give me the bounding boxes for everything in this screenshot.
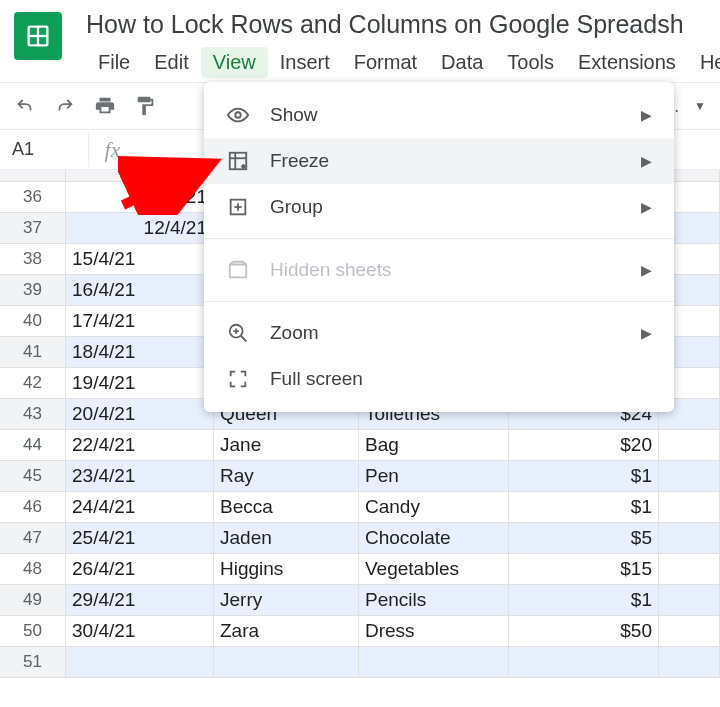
- name-box[interactable]: A1: [0, 139, 88, 160]
- cell[interactable]: Vegetables: [359, 554, 509, 585]
- row-header[interactable]: 37: [0, 213, 66, 244]
- row-header[interactable]: 47: [0, 523, 66, 554]
- cell[interactable]: Jerry: [214, 585, 359, 616]
- cell[interactable]: [659, 554, 720, 585]
- cell[interactable]: Dress: [359, 616, 509, 647]
- table-row[interactable]: 51: [0, 647, 720, 678]
- menu-item-zoom[interactable]: Zoom▶: [204, 310, 674, 356]
- cell[interactable]: Pencils: [359, 585, 509, 616]
- row-header[interactable]: 42: [0, 368, 66, 399]
- cell[interactable]: $1: [509, 461, 659, 492]
- menu-insert[interactable]: Insert: [268, 47, 342, 78]
- paint-format-icon[interactable]: [134, 95, 156, 117]
- menubar: FileEditViewInsertFormatDataToolsExtensi…: [86, 47, 720, 78]
- table-row[interactable]: 4523/4/21RayPen$1: [0, 461, 720, 492]
- cell[interactable]: 20/4/21: [66, 399, 214, 430]
- cell[interactable]: [659, 523, 720, 554]
- menu-item-show[interactable]: Show▶: [204, 92, 674, 138]
- cell[interactable]: 18/4/21: [66, 337, 214, 368]
- cell[interactable]: [659, 585, 720, 616]
- cell[interactable]: [659, 616, 720, 647]
- cell[interactable]: [66, 647, 214, 678]
- menu-item-full-screen[interactable]: Full screen: [204, 356, 674, 402]
- cell[interactable]: [659, 492, 720, 523]
- cell[interactable]: [659, 430, 720, 461]
- cell[interactable]: [359, 647, 509, 678]
- row-header[interactable]: 41: [0, 337, 66, 368]
- row-header[interactable]: 40: [0, 306, 66, 337]
- menu-he[interactable]: He: [688, 47, 720, 78]
- menu-data[interactable]: Data: [429, 47, 495, 78]
- cell[interactable]: 26/4/21: [66, 554, 214, 585]
- menu-file[interactable]: File: [86, 47, 142, 78]
- row-header[interactable]: 49: [0, 585, 66, 616]
- table-row[interactable]: 4826/4/21HigginsVegetables$15: [0, 554, 720, 585]
- cell[interactable]: 23/4/21: [66, 461, 214, 492]
- cell[interactable]: 16/4/21: [66, 275, 214, 306]
- cell[interactable]: Ray: [214, 461, 359, 492]
- menu-view[interactable]: View: [201, 47, 268, 78]
- cell[interactable]: $1: [509, 585, 659, 616]
- cell[interactable]: Chocolate: [359, 523, 509, 554]
- cell[interactable]: [659, 647, 720, 678]
- cell[interactable]: Candy: [359, 492, 509, 523]
- menu-extensions[interactable]: Extensions: [566, 47, 688, 78]
- document-title[interactable]: How to Lock Rows and Columns on Google S…: [86, 10, 720, 39]
- cell[interactable]: [659, 461, 720, 492]
- cell[interactable]: Becca: [214, 492, 359, 523]
- menu-format[interactable]: Format: [342, 47, 429, 78]
- cell[interactable]: 12/4/21: [66, 213, 214, 244]
- cell[interactable]: 24/4/21: [66, 492, 214, 523]
- table-row[interactable]: 4929/4/21JerryPencils$1: [0, 585, 720, 616]
- cell[interactable]: [509, 647, 659, 678]
- table-row[interactable]: 4422/4/21JaneBag$20: [0, 430, 720, 461]
- cell[interactable]: $5: [509, 523, 659, 554]
- cell[interactable]: [214, 647, 359, 678]
- row-header[interactable]: 44: [0, 430, 66, 461]
- menu-item-freeze[interactable]: Freeze▶: [204, 138, 674, 184]
- cell[interactable]: 22/4/21: [66, 430, 214, 461]
- menu-tools[interactable]: Tools: [495, 47, 566, 78]
- cell[interactable]: Bag: [359, 430, 509, 461]
- cell[interactable]: 29/4/21: [66, 585, 214, 616]
- row-header[interactable]: 36: [0, 182, 66, 213]
- cell[interactable]: $1: [509, 492, 659, 523]
- row-header[interactable]: 39: [0, 275, 66, 306]
- row-header[interactable]: 46: [0, 492, 66, 523]
- print-icon[interactable]: [94, 95, 116, 117]
- cell[interactable]: Jaden: [214, 523, 359, 554]
- row-header[interactable]: 48: [0, 554, 66, 585]
- chevron-down-icon[interactable]: ▼: [694, 99, 706, 113]
- row-header[interactable]: 51: [0, 647, 66, 678]
- redo-icon[interactable]: [54, 95, 76, 117]
- cell[interactable]: 30/4/21: [66, 616, 214, 647]
- submenu-arrow-icon: ▶: [641, 107, 652, 123]
- table-row[interactable]: 5030/4/21ZaraDress$50: [0, 616, 720, 647]
- cell[interactable]: Pen: [359, 461, 509, 492]
- cell[interactable]: 17/4/21: [66, 306, 214, 337]
- cell[interactable]: 25/4/21: [66, 523, 214, 554]
- table-row[interactable]: 4624/4/21BeccaCandy$1: [0, 492, 720, 523]
- menu-edit[interactable]: Edit: [142, 47, 200, 78]
- select-all-corner[interactable]: [0, 170, 66, 182]
- cell[interactable]: $15: [509, 554, 659, 585]
- cell[interactable]: $50: [509, 616, 659, 647]
- row-header[interactable]: 43: [0, 399, 66, 430]
- undo-icon[interactable]: [14, 95, 36, 117]
- cell[interactable]: 10/4/21: [66, 182, 214, 213]
- table-row[interactable]: 4725/4/21JadenChocolate$5: [0, 523, 720, 554]
- cell[interactable]: 15/4/21: [66, 244, 214, 275]
- title-bar: How to Lock Rows and Columns on Google S…: [0, 0, 720, 82]
- menu-item-group[interactable]: Group▶: [204, 184, 674, 230]
- row-header[interactable]: 38: [0, 244, 66, 275]
- cell[interactable]: $20: [509, 430, 659, 461]
- cell[interactable]: Zara: [214, 616, 359, 647]
- submenu-arrow-icon: ▶: [641, 262, 652, 278]
- cell[interactable]: 19/4/21: [66, 368, 214, 399]
- submenu-arrow-icon: ▶: [641, 153, 652, 169]
- fx-icon: fx: [88, 133, 136, 167]
- cell[interactable]: Jane: [214, 430, 359, 461]
- cell[interactable]: Higgins: [214, 554, 359, 585]
- row-header[interactable]: 45: [0, 461, 66, 492]
- row-header[interactable]: 50: [0, 616, 66, 647]
